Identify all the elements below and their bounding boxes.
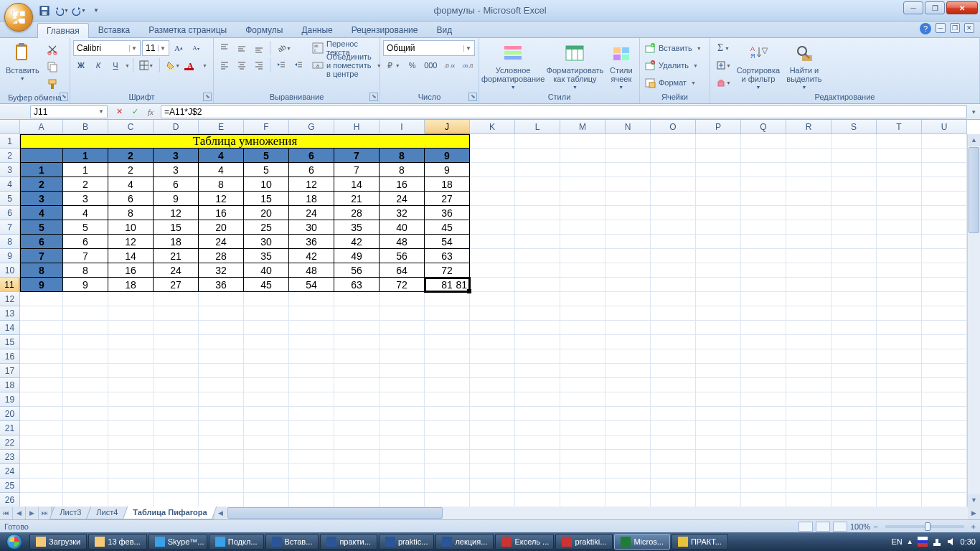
table-cell[interactable]: 72 (380, 278, 425, 292)
cell[interactable] (244, 364, 289, 378)
cell[interactable] (606, 435, 651, 450)
cell[interactable] (63, 364, 108, 378)
cell[interactable] (560, 407, 606, 421)
cell[interactable] (651, 364, 696, 378)
cell[interactable] (741, 249, 786, 263)
row-header[interactable]: 4 (0, 177, 20, 192)
zoom-level[interactable]: 100% (850, 522, 870, 531)
cell[interactable] (922, 378, 967, 392)
table-cell[interactable]: 18 (154, 235, 199, 249)
cell[interactable] (108, 378, 154, 392)
cell[interactable] (922, 321, 967, 335)
cell[interactable] (154, 378, 199, 392)
cell[interactable] (289, 464, 334, 479)
cell[interactable] (831, 249, 877, 263)
cell[interactable] (108, 306, 154, 321)
cell[interactable] (108, 392, 154, 407)
taskbar-item[interactable]: 13 фев... (88, 534, 146, 550)
doc-close-button[interactable]: ✕ (964, 23, 974, 33)
table-cell[interactable]: 56 (334, 263, 380, 278)
tray-flag-icon[interactable] (918, 537, 928, 547)
cell[interactable] (696, 149, 741, 163)
cell[interactable] (289, 306, 334, 321)
cell[interactable] (606, 192, 651, 206)
cell[interactable] (786, 235, 831, 249)
cell[interactable] (877, 364, 922, 378)
table-col-header[interactable]: 4 (199, 149, 244, 163)
cell[interactable] (741, 263, 786, 278)
cell[interactable] (515, 349, 560, 364)
cell[interactable] (786, 134, 831, 149)
cell[interactable] (831, 493, 877, 507)
cell[interactable] (334, 292, 380, 306)
row-header[interactable]: 26 (0, 493, 20, 507)
cell[interactable] (380, 435, 425, 450)
cell[interactable] (651, 278, 696, 292)
cell[interactable] (741, 206, 786, 220)
cell[interactable] (831, 421, 877, 435)
cell[interactable] (334, 378, 380, 392)
cell[interactable] (877, 220, 922, 235)
cell[interactable] (289, 479, 334, 493)
cell[interactable] (786, 479, 831, 493)
cell[interactable] (515, 392, 560, 407)
cell[interactable] (696, 479, 741, 493)
cell[interactable] (741, 192, 786, 206)
cell[interactable] (696, 435, 741, 450)
cell[interactable] (877, 263, 922, 278)
cell[interactable] (696, 235, 741, 249)
cells-area[interactable]: Таблица умножения12345678912345678912345… (20, 134, 967, 507)
row-header[interactable]: 15 (0, 335, 20, 349)
cell[interactable] (470, 464, 515, 479)
cell[interactable] (831, 134, 877, 149)
cell[interactable] (515, 206, 560, 220)
name-box[interactable]: J11▼ (30, 105, 108, 118)
cell[interactable] (289, 450, 334, 464)
row-header[interactable]: 10 (0, 263, 20, 278)
cell[interactable] (922, 192, 967, 206)
cell[interactable] (199, 306, 244, 321)
maximize-button[interactable]: ❐ (925, 1, 945, 14)
taskbar-item[interactable]: практи... (320, 534, 377, 550)
cell[interactable] (515, 378, 560, 392)
col-header[interactable]: P (696, 120, 741, 134)
cell[interactable] (244, 292, 289, 306)
cell[interactable] (651, 479, 696, 493)
cell[interactable] (199, 450, 244, 464)
cell[interactable] (380, 364, 425, 378)
cell[interactable] (877, 278, 922, 292)
taskbar-item[interactable]: Micros... (614, 534, 670, 550)
table-col-header[interactable]: 7 (334, 149, 380, 163)
taskbar-item[interactable]: Ексель ... (495, 534, 554, 550)
cell[interactable] (877, 292, 922, 306)
cell[interactable] (877, 235, 922, 249)
cell[interactable] (515, 163, 560, 177)
cell[interactable] (470, 349, 515, 364)
table-cell[interactable]: 54 (289, 278, 334, 292)
cell[interactable] (515, 364, 560, 378)
cell[interactable] (334, 479, 380, 493)
cell[interactable] (244, 450, 289, 464)
cell[interactable] (651, 378, 696, 392)
vertical-scrollbar[interactable]: ▲ ▼ (967, 134, 980, 507)
cell[interactable] (786, 249, 831, 263)
col-header[interactable]: E (199, 120, 244, 134)
font-size-combo[interactable]: 11▼ (142, 40, 169, 56)
cell[interactable] (380, 306, 425, 321)
cell[interactable] (786, 292, 831, 306)
fill-color-icon[interactable]: ▼ (163, 57, 183, 73)
cell[interactable] (560, 249, 606, 263)
cell[interactable] (20, 378, 63, 392)
cell[interactable] (696, 134, 741, 149)
table-cell[interactable]: 30 (289, 220, 334, 235)
cell[interactable] (877, 163, 922, 177)
cell[interactable] (786, 493, 831, 507)
fill-icon[interactable]: ▼ (713, 57, 734, 73)
cell[interactable] (651, 192, 696, 206)
table-cell[interactable]: 6 (63, 235, 108, 249)
taskbar-item[interactable]: Подкл... (209, 534, 264, 550)
cell[interactable] (108, 407, 154, 421)
row-header[interactable]: 24 (0, 464, 20, 479)
cell[interactable] (651, 177, 696, 192)
table-cell[interactable]: 40 (244, 263, 289, 278)
